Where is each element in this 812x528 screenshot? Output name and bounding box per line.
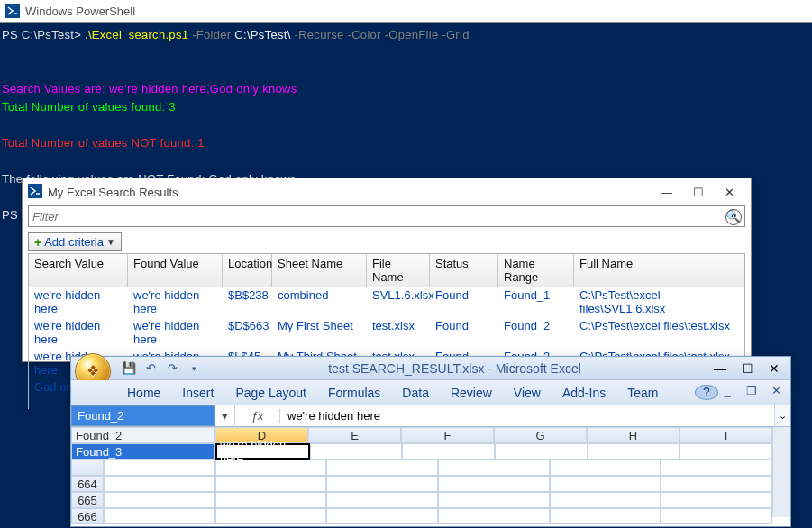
col-sheet-name[interactable]: Sheet Name (272, 254, 367, 287)
gridview-title-text: My Excel Search Results (48, 186, 178, 199)
formula-bar: Found_2 ▾ ƒx we're hidden here ⌄ (71, 405, 790, 427)
filter-bar[interactable]: 🔍 (28, 205, 745, 227)
close-button[interactable]: ✕ (761, 360, 788, 378)
row-header-664[interactable]: 664 (71, 476, 104, 492)
workbook-restore-icon[interactable]: ❐ (741, 384, 762, 398)
tab-home[interactable]: Home (116, 382, 171, 405)
excel-titlebar: 💾 ↶ ↷ ▾ test SEARCH_RESULT.xlsx - Micros… (71, 357, 790, 380)
cell[interactable] (588, 443, 680, 460)
tab-view[interactable]: View (503, 382, 552, 405)
col-location[interactable]: Location (223, 254, 272, 287)
formula-value[interactable]: we're hidden here (280, 406, 774, 425)
active-cell[interactable]: we're hidden here (215, 443, 310, 460)
col-name-range[interactable]: Name Range (498, 254, 574, 287)
cell[interactable] (495, 443, 588, 460)
excel-window: 💾 ↶ ↷ ▾ test SEARCH_RESULT.xlsx - Micros… (70, 356, 791, 527)
workbook-close-icon[interactable]: ✕ (765, 384, 787, 398)
table-row[interactable]: we're hidden herewe're hidden here$B$238… (29, 287, 744, 317)
workbook-minimize-icon[interactable]: _ (716, 384, 738, 398)
tab-team[interactable]: Team (616, 382, 669, 405)
help-icon[interactable]: ? (695, 385, 718, 400)
col-search-value[interactable]: Search Value (29, 254, 128, 287)
cell-grid[interactable]: Found_2 D E F G H I Found_3 we're hidden… (71, 427, 790, 517)
tab-addins[interactable]: Add-Ins (552, 382, 616, 405)
gridview-window: My Excel Search Results — ☐ ✕ 🔍 ^ + Add … (22, 178, 752, 362)
row-header-665[interactable]: 665 (71, 492, 104, 508)
add-criteria-label: Add criteria (44, 235, 104, 249)
column-header-f[interactable]: F (401, 427, 494, 443)
gridview-titlebar: My Excel Search Results — ☐ ✕ (23, 178, 751, 205)
gridview-icon (28, 184, 42, 201)
column-header-h[interactable]: H (587, 427, 680, 443)
save-icon[interactable]: 💾 (120, 360, 138, 377)
maximize-button[interactable]: ☐ (682, 182, 714, 202)
tab-review[interactable]: Review (440, 382, 503, 405)
cell[interactable] (402, 443, 495, 460)
row-header[interactable] (71, 460, 104, 476)
close-button[interactable]: ✕ (714, 182, 745, 202)
fx-button[interactable]: ƒx (235, 409, 280, 423)
column-header-e[interactable]: E (308, 427, 401, 443)
table-row[interactable]: we're hidden herewe're hidden here$D$663… (29, 317, 744, 348)
tab-formulas[interactable]: Formulas (317, 382, 391, 405)
add-criteria-button[interactable]: + Add criteria ▼ (28, 232, 122, 251)
row-header-cell[interactable]: Found_2 (71, 427, 215, 443)
powershell-titlebar: Windows PowerShell (0, 0, 812, 23)
col-full-name[interactable]: Full Name (574, 254, 744, 287)
powershell-icon (5, 4, 20, 18)
redo-icon[interactable]: ↷ (163, 360, 181, 377)
table-header[interactable]: Search Value Found Value Location Sheet … (29, 254, 744, 287)
tab-page-layout[interactable]: Page Layout (224, 382, 317, 405)
undo-icon[interactable]: ↶ (141, 360, 160, 377)
cell[interactable] (310, 443, 403, 460)
column-header-i[interactable]: I (680, 427, 772, 443)
name-box-dropdown-icon[interactable]: ▾ (215, 405, 235, 426)
maximize-button[interactable]: ☐ (734, 360, 761, 378)
expand-icon[interactable]: ^ (725, 209, 742, 225)
tab-data[interactable]: Data (391, 382, 440, 405)
col-found-value[interactable]: Found Value (128, 254, 223, 287)
vertical-scrollbar[interactable] (772, 427, 790, 517)
filter-input[interactable] (32, 210, 725, 223)
row-header-666[interactable]: 666 (71, 508, 104, 524)
minimize-button[interactable]: — (651, 182, 682, 202)
name-box[interactable]: Found_2 (71, 405, 215, 426)
tab-insert[interactable]: Insert (171, 382, 224, 405)
row-header-found3[interactable]: Found_3 (71, 443, 215, 460)
column-header-g[interactable]: G (494, 427, 587, 443)
cell[interactable] (680, 443, 772, 460)
formula-bar-expand-icon[interactable]: ⌄ (774, 405, 790, 426)
excel-title-text: test SEARCH_RESULT.xlsx - Microsoft Exce… (203, 361, 707, 376)
chevron-down-icon: ▼ (106, 237, 115, 247)
ribbon-tabs: Home Insert Page Layout Formulas Data Re… (71, 380, 790, 405)
qat-dropdown-icon[interactable]: ▾ (185, 360, 203, 377)
col-status[interactable]: Status (430, 254, 498, 287)
col-file-name[interactable]: File Name (367, 254, 430, 287)
plus-icon: + (34, 238, 41, 247)
minimize-button[interactable]: — (707, 360, 734, 378)
powershell-title-text: Windows PowerShell (25, 5, 135, 18)
